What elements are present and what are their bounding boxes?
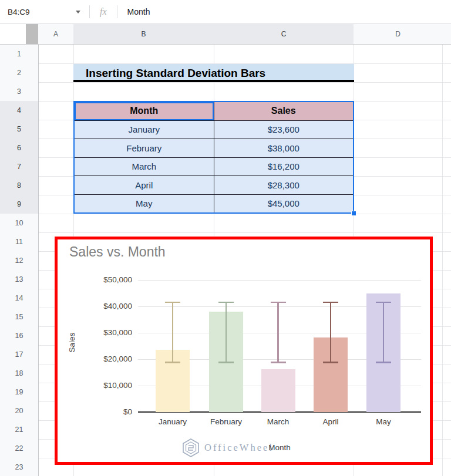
- row-header-22[interactable]: 22: [0, 439, 39, 458]
- error-bar-cap-bottom: [218, 362, 234, 363]
- bar-march: [261, 369, 295, 412]
- table-cell[interactable]: April: [75, 176, 214, 194]
- row-header-4[interactable]: 4: [0, 101, 39, 120]
- error-bar-cap-top: [323, 302, 338, 303]
- grid-line: [38, 82, 451, 83]
- row-header-3[interactable]: 3: [0, 82, 39, 102]
- column-header-a[interactable]: A: [38, 24, 74, 44]
- error-bar-cap-top: [218, 302, 234, 303]
- row-header-20[interactable]: 20: [0, 401, 39, 421]
- row-header-7[interactable]: 7: [0, 157, 39, 177]
- row-header-14[interactable]: 14: [0, 289, 39, 308]
- table-cell[interactable]: February: [75, 139, 214, 157]
- x-tick-label: May: [359, 417, 408, 428]
- row-header-6[interactable]: 6: [0, 139, 39, 158]
- row-header-11[interactable]: 11: [0, 232, 39, 252]
- x-tick-label: February: [201, 417, 251, 428]
- error-bar: [383, 302, 384, 363]
- table-row: January$23,600: [75, 121, 353, 140]
- x-axis-title: Month: [138, 443, 421, 452]
- row-header-18[interactable]: 18: [0, 364, 39, 383]
- row-header-23[interactable]: 23: [0, 458, 39, 476]
- y-tick-label: $30,000: [85, 328, 132, 339]
- error-bar: [226, 302, 227, 363]
- corner-knob: [26, 24, 38, 44]
- divider: [89, 5, 90, 18]
- table-header-row: MonthSales: [75, 102, 353, 121]
- row-header-5[interactable]: 5: [0, 120, 39, 139]
- data-table: MonthSalesJanuary$23,600February$38,000M…: [73, 101, 354, 214]
- error-bar-cap-bottom: [271, 362, 286, 363]
- row-header-9[interactable]: 9: [0, 195, 39, 214]
- chart-title: Sales vs. Month: [69, 244, 166, 260]
- x-tick-label: March: [254, 417, 303, 428]
- error-bar: [330, 302, 331, 363]
- chart-gridline: [138, 280, 421, 281]
- y-tick-label: $0: [85, 407, 132, 418]
- table-cell[interactable]: $16,200: [214, 158, 354, 176]
- error-bar-cap-bottom: [323, 362, 338, 363]
- error-bar-cap-top: [165, 302, 180, 303]
- grid-line: [442, 45, 443, 476]
- table-header-sales[interactable]: Sales: [214, 102, 354, 120]
- y-axis-title: Sales: [68, 325, 76, 360]
- table-cell[interactable]: $23,600: [214, 121, 354, 139]
- row-header-2[interactable]: 2: [0, 63, 39, 83]
- y-tick-label: $40,000: [85, 302, 132, 312]
- row-header-12[interactable]: 12: [0, 251, 39, 271]
- y-tick-label: $10,000: [85, 381, 132, 391]
- row-header-21[interactable]: 21: [0, 420, 39, 440]
- table-cell[interactable]: January: [75, 121, 214, 139]
- column-header-strip: ABCD: [0, 24, 451, 45]
- column-header-d[interactable]: D: [354, 24, 443, 44]
- select-all-corner[interactable]: [0, 24, 39, 44]
- table-header-month[interactable]: Month: [75, 102, 214, 120]
- table-row: February$38,000: [75, 139, 353, 158]
- chart-area[interactable]: Sales vs. Month $0$10,000$20,000$30,000$…: [55, 237, 433, 465]
- error-bar-cap-bottom: [376, 362, 391, 363]
- y-tick-label: $50,000: [85, 275, 132, 286]
- table-row: March$16,200: [75, 158, 353, 177]
- name-box-dropdown-icon[interactable]: [76, 11, 80, 13]
- table-row: May$45,000: [75, 195, 353, 213]
- column-header-b[interactable]: B: [73, 24, 214, 44]
- row-header-10[interactable]: 10: [0, 214, 39, 233]
- error-bar-cap-bottom: [165, 362, 180, 363]
- table-cell[interactable]: $38,000: [214, 139, 354, 157]
- row-header-8[interactable]: 8: [0, 176, 39, 195]
- row-header-1[interactable]: 1: [0, 45, 39, 64]
- table-cell[interactable]: $45,000: [214, 195, 354, 213]
- row-header-15[interactable]: 15: [0, 308, 39, 327]
- divider: [117, 5, 117, 18]
- grid-line: [38, 214, 451, 214]
- table-cell[interactable]: $28,300: [214, 176, 354, 194]
- selection-fill-handle[interactable]: [351, 211, 356, 216]
- x-tick-label: April: [306, 417, 355, 428]
- row-header-17[interactable]: 17: [0, 345, 39, 364]
- table-cell[interactable]: March: [75, 158, 214, 176]
- error-bar: [277, 302, 278, 363]
- x-tick-label: January: [148, 417, 197, 428]
- name-box[interactable]: B4:C9: [0, 8, 76, 16]
- column-header[interactable]: [442, 24, 451, 44]
- formula-bar: B4:C9 fx Month: [0, 0, 451, 24]
- y-tick-label: $20,000: [85, 355, 132, 365]
- banner-text: Inserting Standard Deviation Bars: [86, 67, 265, 79]
- row-header-13[interactable]: 13: [0, 270, 39, 289]
- fx-icon: fx: [100, 6, 107, 17]
- row-header-16[interactable]: 16: [0, 326, 39, 346]
- grid-line: [38, 232, 451, 233]
- error-bar: [172, 302, 173, 363]
- column-header-c[interactable]: C: [214, 24, 354, 44]
- table-row: April$28,300: [75, 176, 353, 195]
- error-bar-cap-top: [376, 302, 391, 303]
- error-bar-cap-top: [271, 302, 286, 303]
- formula-input[interactable]: Month: [127, 7, 150, 16]
- table-cell[interactable]: May: [75, 195, 214, 213]
- row-header-19[interactable]: 19: [0, 383, 39, 402]
- title-banner-cell[interactable]: Inserting Standard Deviation Bars: [73, 64, 354, 82]
